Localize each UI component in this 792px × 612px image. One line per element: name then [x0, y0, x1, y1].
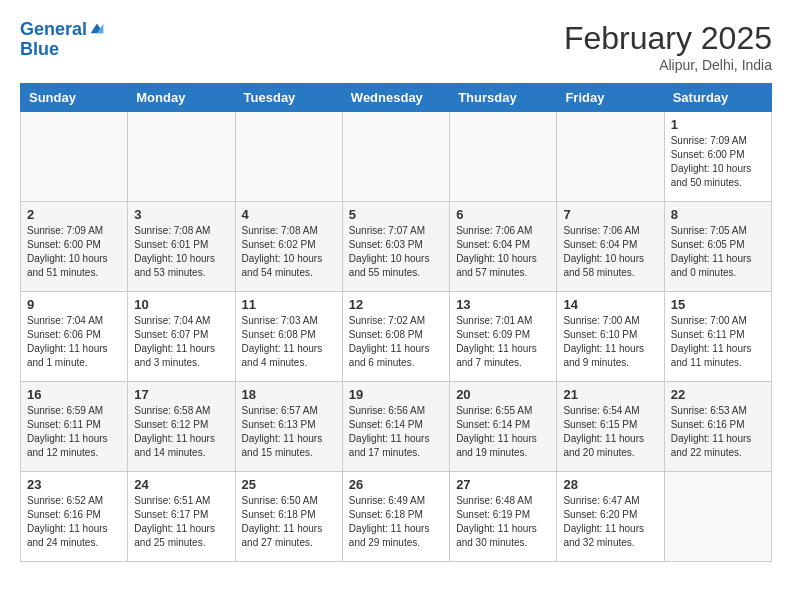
- logo-icon: [89, 22, 105, 38]
- day-number: 1: [671, 117, 765, 132]
- day-number: 26: [349, 477, 443, 492]
- day-number: 19: [349, 387, 443, 402]
- day-number: 14: [563, 297, 657, 312]
- weekday-header-monday: Monday: [128, 84, 235, 112]
- calendar-day-cell: 23Sunrise: 6:52 AM Sunset: 6:16 PM Dayli…: [21, 472, 128, 562]
- day-number: 7: [563, 207, 657, 222]
- day-info: Sunrise: 7:06 AM Sunset: 6:04 PM Dayligh…: [456, 224, 550, 280]
- calendar-day-cell: [342, 112, 449, 202]
- weekday-header-saturday: Saturday: [664, 84, 771, 112]
- day-info: Sunrise: 6:58 AM Sunset: 6:12 PM Dayligh…: [134, 404, 228, 460]
- day-number: 6: [456, 207, 550, 222]
- day-number: 11: [242, 297, 336, 312]
- calendar-day-cell: 25Sunrise: 6:50 AM Sunset: 6:18 PM Dayli…: [235, 472, 342, 562]
- weekday-header-row: SundayMondayTuesdayWednesdayThursdayFrid…: [21, 84, 772, 112]
- calendar-week-row: 9Sunrise: 7:04 AM Sunset: 6:06 PM Daylig…: [21, 292, 772, 382]
- weekday-header-friday: Friday: [557, 84, 664, 112]
- calendar-day-cell: 10Sunrise: 7:04 AM Sunset: 6:07 PM Dayli…: [128, 292, 235, 382]
- day-number: 25: [242, 477, 336, 492]
- day-info: Sunrise: 7:09 AM Sunset: 6:00 PM Dayligh…: [671, 134, 765, 190]
- calendar-week-row: 1Sunrise: 7:09 AM Sunset: 6:00 PM Daylig…: [21, 112, 772, 202]
- day-number: 18: [242, 387, 336, 402]
- calendar-day-cell: 7Sunrise: 7:06 AM Sunset: 6:04 PM Daylig…: [557, 202, 664, 292]
- calendar-day-cell: 11Sunrise: 7:03 AM Sunset: 6:08 PM Dayli…: [235, 292, 342, 382]
- calendar-day-cell: 4Sunrise: 7:08 AM Sunset: 6:02 PM Daylig…: [235, 202, 342, 292]
- day-info: Sunrise: 7:05 AM Sunset: 6:05 PM Dayligh…: [671, 224, 765, 280]
- day-info: Sunrise: 7:06 AM Sunset: 6:04 PM Dayligh…: [563, 224, 657, 280]
- calendar-day-cell: 9Sunrise: 7:04 AM Sunset: 6:06 PM Daylig…: [21, 292, 128, 382]
- calendar-day-cell: 14Sunrise: 7:00 AM Sunset: 6:10 PM Dayli…: [557, 292, 664, 382]
- day-info: Sunrise: 7:04 AM Sunset: 6:06 PM Dayligh…: [27, 314, 121, 370]
- day-number: 9: [27, 297, 121, 312]
- logo: General Blue: [20, 20, 105, 60]
- day-info: Sunrise: 7:07 AM Sunset: 6:03 PM Dayligh…: [349, 224, 443, 280]
- calendar-day-cell: 8Sunrise: 7:05 AM Sunset: 6:05 PM Daylig…: [664, 202, 771, 292]
- day-number: 12: [349, 297, 443, 312]
- day-number: 27: [456, 477, 550, 492]
- calendar-day-cell: 27Sunrise: 6:48 AM Sunset: 6:19 PM Dayli…: [450, 472, 557, 562]
- day-number: 15: [671, 297, 765, 312]
- day-info: Sunrise: 6:57 AM Sunset: 6:13 PM Dayligh…: [242, 404, 336, 460]
- calendar-day-cell: 26Sunrise: 6:49 AM Sunset: 6:18 PM Dayli…: [342, 472, 449, 562]
- day-info: Sunrise: 7:08 AM Sunset: 6:02 PM Dayligh…: [242, 224, 336, 280]
- weekday-header-sunday: Sunday: [21, 84, 128, 112]
- weekday-header-tuesday: Tuesday: [235, 84, 342, 112]
- calendar-day-cell: [128, 112, 235, 202]
- calendar-day-cell: [664, 472, 771, 562]
- day-info: Sunrise: 7:03 AM Sunset: 6:08 PM Dayligh…: [242, 314, 336, 370]
- calendar-day-cell: [21, 112, 128, 202]
- calendar-week-row: 23Sunrise: 6:52 AM Sunset: 6:16 PM Dayli…: [21, 472, 772, 562]
- location: Alipur, Delhi, India: [564, 57, 772, 73]
- weekday-header-thursday: Thursday: [450, 84, 557, 112]
- calendar-week-row: 2Sunrise: 7:09 AM Sunset: 6:00 PM Daylig…: [21, 202, 772, 292]
- day-number: 10: [134, 297, 228, 312]
- calendar-day-cell: 18Sunrise: 6:57 AM Sunset: 6:13 PM Dayli…: [235, 382, 342, 472]
- title-block: February 2025 Alipur, Delhi, India: [564, 20, 772, 73]
- logo-text: General: [20, 20, 87, 40]
- day-info: Sunrise: 7:02 AM Sunset: 6:08 PM Dayligh…: [349, 314, 443, 370]
- day-number: 21: [563, 387, 657, 402]
- day-info: Sunrise: 7:01 AM Sunset: 6:09 PM Dayligh…: [456, 314, 550, 370]
- calendar-day-cell: 2Sunrise: 7:09 AM Sunset: 6:00 PM Daylig…: [21, 202, 128, 292]
- day-number: 3: [134, 207, 228, 222]
- month-title: February 2025: [564, 20, 772, 57]
- calendar-day-cell: 15Sunrise: 7:00 AM Sunset: 6:11 PM Dayli…: [664, 292, 771, 382]
- day-number: 22: [671, 387, 765, 402]
- calendar-day-cell: [450, 112, 557, 202]
- calendar-day-cell: 20Sunrise: 6:55 AM Sunset: 6:14 PM Dayli…: [450, 382, 557, 472]
- weekday-header-wednesday: Wednesday: [342, 84, 449, 112]
- calendar-day-cell: 3Sunrise: 7:08 AM Sunset: 6:01 PM Daylig…: [128, 202, 235, 292]
- day-number: 23: [27, 477, 121, 492]
- day-info: Sunrise: 6:49 AM Sunset: 6:18 PM Dayligh…: [349, 494, 443, 550]
- day-number: 24: [134, 477, 228, 492]
- calendar-day-cell: 5Sunrise: 7:07 AM Sunset: 6:03 PM Daylig…: [342, 202, 449, 292]
- day-info: Sunrise: 6:52 AM Sunset: 6:16 PM Dayligh…: [27, 494, 121, 550]
- calendar-day-cell: 13Sunrise: 7:01 AM Sunset: 6:09 PM Dayli…: [450, 292, 557, 382]
- calendar-day-cell: 1Sunrise: 7:09 AM Sunset: 6:00 PM Daylig…: [664, 112, 771, 202]
- day-info: Sunrise: 7:08 AM Sunset: 6:01 PM Dayligh…: [134, 224, 228, 280]
- day-number: 5: [349, 207, 443, 222]
- day-info: Sunrise: 7:04 AM Sunset: 6:07 PM Dayligh…: [134, 314, 228, 370]
- calendar-day-cell: 6Sunrise: 7:06 AM Sunset: 6:04 PM Daylig…: [450, 202, 557, 292]
- calendar-day-cell: 21Sunrise: 6:54 AM Sunset: 6:15 PM Dayli…: [557, 382, 664, 472]
- day-number: 16: [27, 387, 121, 402]
- day-info: Sunrise: 6:53 AM Sunset: 6:16 PM Dayligh…: [671, 404, 765, 460]
- day-number: 28: [563, 477, 657, 492]
- day-info: Sunrise: 6:47 AM Sunset: 6:20 PM Dayligh…: [563, 494, 657, 550]
- calendar-day-cell: 24Sunrise: 6:51 AM Sunset: 6:17 PM Dayli…: [128, 472, 235, 562]
- day-info: Sunrise: 6:50 AM Sunset: 6:18 PM Dayligh…: [242, 494, 336, 550]
- day-info: Sunrise: 6:55 AM Sunset: 6:14 PM Dayligh…: [456, 404, 550, 460]
- day-number: 17: [134, 387, 228, 402]
- calendar-day-cell: 12Sunrise: 7:02 AM Sunset: 6:08 PM Dayli…: [342, 292, 449, 382]
- calendar-day-cell: 16Sunrise: 6:59 AM Sunset: 6:11 PM Dayli…: [21, 382, 128, 472]
- day-info: Sunrise: 7:09 AM Sunset: 6:00 PM Dayligh…: [27, 224, 121, 280]
- calendar-day-cell: 22Sunrise: 6:53 AM Sunset: 6:16 PM Dayli…: [664, 382, 771, 472]
- day-number: 20: [456, 387, 550, 402]
- day-number: 13: [456, 297, 550, 312]
- page-header: General Blue February 2025 Alipur, Delhi…: [20, 20, 772, 73]
- calendar-day-cell: 19Sunrise: 6:56 AM Sunset: 6:14 PM Dayli…: [342, 382, 449, 472]
- calendar-week-row: 16Sunrise: 6:59 AM Sunset: 6:11 PM Dayli…: [21, 382, 772, 472]
- day-info: Sunrise: 6:54 AM Sunset: 6:15 PM Dayligh…: [563, 404, 657, 460]
- day-number: 8: [671, 207, 765, 222]
- calendar-day-cell: 17Sunrise: 6:58 AM Sunset: 6:12 PM Dayli…: [128, 382, 235, 472]
